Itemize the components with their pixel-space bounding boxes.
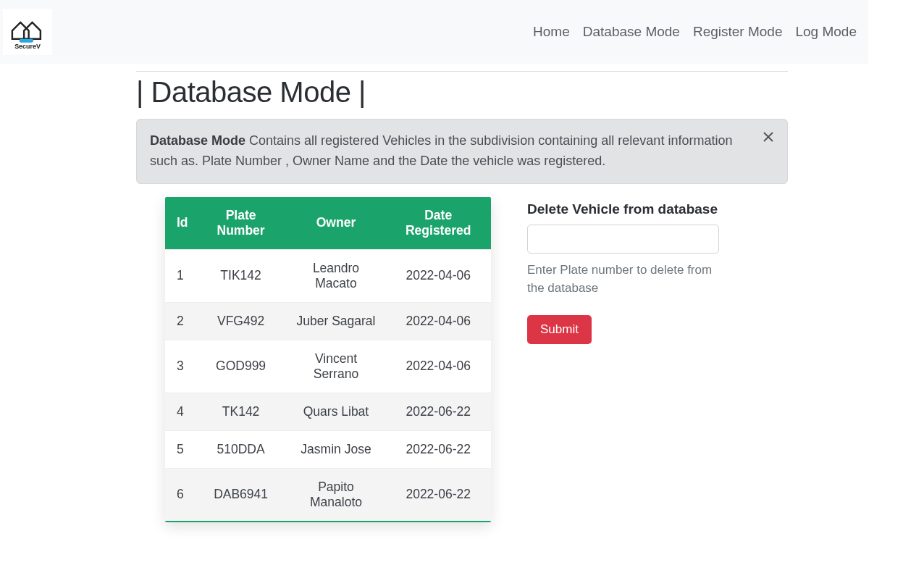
nav-links: Home Database Mode Register Mode Log Mod…: [533, 24, 857, 40]
cell-id: 3: [165, 340, 196, 393]
col-id: Id: [165, 197, 196, 250]
table-row: 1TIK142Leandro Macato2022-04-06: [165, 249, 491, 302]
house-logo-icon: SecureV: [9, 13, 46, 51]
cell-id: 6: [165, 468, 196, 521]
brand-logo[interactable]: SecureV: [3, 9, 52, 55]
nav-database-mode[interactable]: Database Mode: [583, 24, 680, 40]
cell-owner: Jasmin Jose: [287, 430, 386, 468]
nav-home[interactable]: Home: [533, 24, 570, 40]
cell-id: 4: [165, 393, 196, 430]
table-row: 4TK142Quars Libat2022-06-22: [165, 393, 491, 430]
col-date: Date Registered: [385, 197, 491, 250]
cell-plate: 510DDA: [196, 430, 287, 468]
col-plate: Plate Number: [196, 197, 287, 250]
table-row: 5510DDAJasmin Jose2022-06-22: [165, 430, 491, 468]
svg-rect-0: [20, 39, 34, 43]
delete-panel-title: Delete Vehicle from database: [527, 201, 788, 217]
delete-submit-button[interactable]: Submit: [527, 315, 592, 344]
cell-date: 2022-04-06: [385, 302, 491, 340]
cell-plate: VFG492: [196, 302, 287, 340]
page-title: | Database Mode |: [136, 76, 788, 109]
alert-close-button[interactable]: [760, 128, 777, 146]
info-alert: Database Mode Contains all registered Ve…: [136, 119, 788, 184]
cell-plate: TK142: [196, 393, 287, 430]
cell-owner: Papito Manaloto: [287, 468, 386, 521]
delete-helper-text: Enter Plate number to delete from the da…: [527, 261, 719, 298]
col-owner: Owner: [287, 197, 386, 250]
cell-plate: TIK142: [196, 249, 287, 302]
cell-date: 2022-04-06: [385, 249, 491, 302]
cell-id: 5: [165, 430, 196, 468]
vehicles-table-wrap: Id Plate Number Owner Date Registered 1T…: [165, 197, 491, 522]
table-row: 3GOD999Vincent Serrano2022-04-06: [165, 340, 491, 393]
cell-id: 1: [165, 249, 196, 302]
cell-date: 2022-06-22: [385, 430, 491, 468]
cell-id: 2: [165, 302, 196, 340]
delete-panel: Delete Vehicle from database Enter Plate…: [527, 197, 788, 344]
cell-date: 2022-06-22: [385, 468, 491, 521]
cell-owner: Juber Sagaral: [287, 302, 386, 340]
navbar: SecureV Home Database Mode Register Mode…: [0, 0, 868, 64]
logo-text: SecureV: [14, 43, 41, 50]
cell-owner: Vincent Serrano: [287, 340, 386, 393]
table-row: 6DAB6941Papito Manaloto2022-06-22: [165, 468, 491, 521]
cell-plate: GOD999: [196, 340, 287, 393]
cell-owner: Quars Libat: [287, 393, 386, 430]
vehicles-table: Id Plate Number Owner Date Registered 1T…: [165, 197, 491, 521]
alert-strong: Database Mode: [150, 133, 245, 148]
cell-date: 2022-06-22: [385, 393, 491, 430]
delete-plate-input[interactable]: [527, 225, 719, 254]
nav-log-mode[interactable]: Log Mode: [795, 24, 857, 40]
cell-plate: DAB6941: [196, 468, 287, 521]
table-row: 2VFG492Juber Sagaral2022-04-06: [165, 302, 491, 340]
cell-owner: Leandro Macato: [287, 249, 386, 302]
cell-date: 2022-04-06: [385, 340, 491, 393]
close-icon: [763, 131, 774, 143]
nav-register-mode[interactable]: Register Mode: [693, 24, 783, 40]
